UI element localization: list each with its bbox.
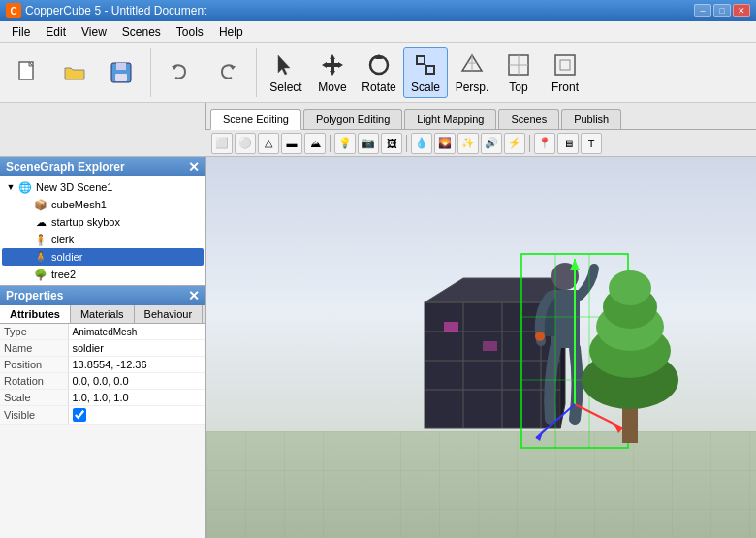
tab-publish[interactable]: Publish [561,109,621,129]
visible-checkbox[interactable] [73,408,86,422]
prop-val-position[interactable]: 13.8554, -12.36 [68,357,205,373]
name-input[interactable] [73,342,203,354]
svg-rect-25 [560,60,570,70]
tree-item-scene1[interactable]: ▼ 🌐 New 3D Scene1 [2,178,204,196]
trigger-btn[interactable]: ⚡ [504,133,525,154]
persp-button[interactable]: Persp. [450,47,494,98]
select-icon [272,51,299,79]
scale-label: Scale [411,80,440,94]
scale-tool-button[interactable]: Scale [403,47,448,98]
open-button[interactable] [52,47,97,98]
terrain-btn[interactable]: ⛰ [304,133,326,154]
top-label: Top [509,80,527,94]
tree-item-tree2[interactable]: 🌳 tree2 [2,266,204,283]
close-button[interactable]: ✕ [733,4,750,17]
tree-expander-scene1[interactable]: ▼ [4,182,17,192]
viewport-3d[interactable] [206,157,756,538]
camera-btn[interactable]: 📷 [358,133,379,154]
select-tool-button[interactable]: Select [264,47,308,98]
save-icon [108,59,135,86]
svg-line-17 [425,64,426,66]
menu-view[interactable]: View [74,21,114,42]
menu-bar: File Edit View Scenes Tools Help [0,21,756,43]
tree-item-clerk[interactable]: 🧍 clerk [2,231,204,248]
left-toolbar2 [0,103,206,130]
prop-tab-attributes[interactable]: Attributes [0,305,71,323]
skybox-btn[interactable]: 🌄 [434,133,456,154]
sphere-btn[interactable]: ⚪ [235,133,256,154]
sound-btn[interactable]: 🔊 [481,133,502,154]
water-btn[interactable]: 💧 [411,133,432,154]
top-view-button[interactable]: Top [496,47,541,98]
front-view-button[interactable]: Front [543,47,587,98]
tab-polygon-editing[interactable]: Polygon Editing [303,109,402,129]
menu-edit[interactable]: Edit [38,21,74,42]
svg-rect-15 [417,56,425,64]
ground-grid [206,431,756,538]
overlay-btn[interactable]: 🖥 [557,133,579,154]
light-btn[interactable]: 💡 [334,133,356,154]
svg-rect-24 [555,55,575,75]
plane-btn[interactable]: ▬ [281,133,302,154]
redo-button[interactable] [205,47,249,98]
3d-tools: Select Move Rotate [264,47,587,98]
tree-item-cube[interactable]: 📦 cubeMesh1 [2,196,204,213]
svg-rect-2 [116,63,126,70]
particle-btn[interactable]: ✨ [457,133,479,154]
svg-rect-12 [327,63,338,67]
prop-key-name: Name [0,340,68,357]
cone-btn[interactable]: △ [258,133,279,154]
minimize-button[interactable]: – [694,4,711,17]
scene-graph-tree: ▼ 🌐 New 3D Scene1 📦 cubeMesh1 ☁ startup [0,176,205,285]
prop-val-name[interactable] [68,340,205,357]
tab-scene-editing[interactable]: Scene Editing [210,109,301,130]
new-button[interactable] [6,47,50,98]
svg-rect-26 [206,431,756,538]
redo-icon [213,59,240,86]
scale-icon [412,51,439,79]
move-tool-button[interactable]: Move [310,47,355,98]
menu-tools[interactable]: Tools [169,21,211,42]
billboard-btn[interactable]: 🖼 [381,133,402,154]
main-layout: SceneGraph Explorer ✕ ▼ 🌐 New 3D Scene1 … [0,157,756,538]
svg-marker-10 [338,62,343,68]
save-button[interactable] [99,47,143,98]
file-tools [6,47,143,98]
tab-light-mapping[interactable]: Light Mapping [404,109,496,129]
t2-sep3 [529,135,530,152]
text-btn[interactable]: T [581,133,602,154]
svg-marker-7 [330,54,335,59]
prop-val-scale[interactable]: 1.0, 1.0, 1.0 [68,390,205,406]
rotate-tool-button[interactable]: Rotate [357,47,401,98]
waypoint-btn[interactable]: 📍 [534,133,555,154]
scene-graph-explorer: SceneGraph Explorer ✕ ▼ 🌐 New 3D Scene1 … [0,157,205,285]
maximize-button[interactable]: □ [713,4,731,17]
scene-graph-header: SceneGraph Explorer ✕ [0,157,205,176]
prop-val-type[interactable]: AnimatedMesh [68,324,205,340]
properties-close[interactable]: ✕ [188,289,200,302]
window-controls: – □ ✕ [694,4,750,17]
undo-icon [167,59,194,86]
tab-scenes[interactable]: Scenes [498,109,559,129]
menu-scenes[interactable]: Scenes [114,21,169,42]
mesh-icon-soldier: 🧍 [33,249,48,265]
prop-row-rotation: Rotation 0.0, 0.0, 0.0 [0,373,205,390]
scene-icon: 🌐 [17,179,33,195]
prop-tab-materials[interactable]: Materials [71,305,135,323]
prop-key-visible: Visible [0,406,68,425]
viewport-toolbar: ⬜ ⚪ △ ▬ ⛰ 💡 📷 🖼 💧 🌄 ✨ 🔊 ⚡ 📍 🖥 T [0,130,756,157]
prop-tab-behaviour[interactable]: Behaviour [135,305,204,323]
tree-item-soldier[interactable]: 🧍 soldier [2,248,204,266]
scene-graph-close[interactable]: ✕ [188,160,200,174]
undo-button[interactable] [158,47,203,98]
prop-val-rotation[interactable]: 0.0, 0.0, 0.0 [68,373,205,390]
cube-btn[interactable]: ⬜ [211,133,233,154]
menu-file[interactable]: File [4,21,38,42]
mesh-icon-clerk: 🧍 [33,232,48,247]
menu-help[interactable]: Help [211,21,251,42]
tree-item-skybox[interactable]: ☁ startup skybox [2,213,204,231]
toolbar-separator-2 [256,48,257,97]
properties-tabs: Attributes Materials Behaviour [0,305,205,324]
prop-key-rotation: Rotation [0,373,68,390]
properties-title: Properties [6,289,63,302]
